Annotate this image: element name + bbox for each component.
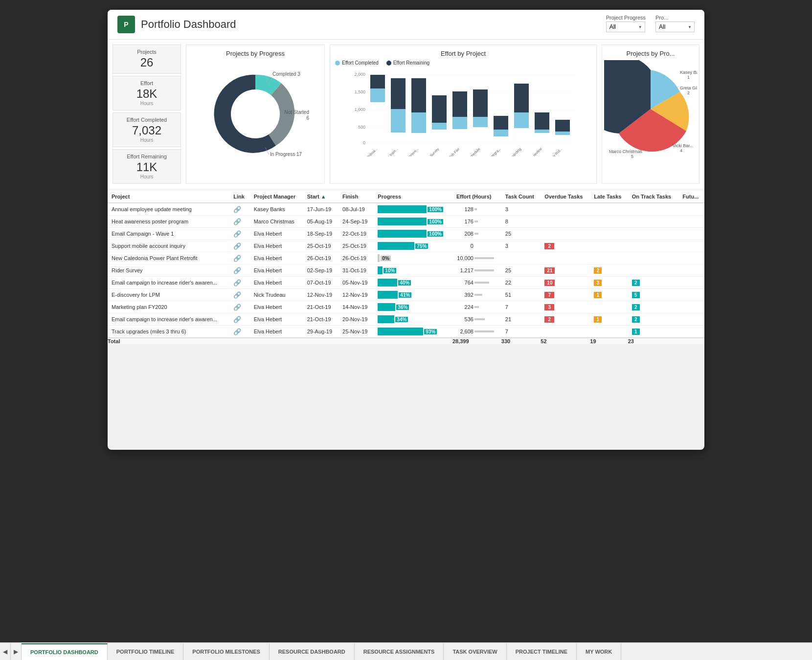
cell-ontrack [628,264,679,277]
cell-progress: 40% [374,277,452,289]
cell-manager: Elva Hebert [250,301,303,313]
cell-project-name: Track upgrades (miles 3 thru 6) [108,326,229,338]
cell-progress: 100% [374,203,452,216]
bar-chart-box: Effort by Project Effort Completed Effor… [330,44,597,184]
link-icon[interactable]: 🔗 [233,316,241,323]
logo-letter: P [124,21,128,28]
filter-select-2[interactable]: All [655,22,695,32]
cell-link[interactable]: 🔗 [229,264,249,277]
bar-chart-svg: 2,000 1,500 1,000 500 0 [335,68,591,156]
cell-link[interactable]: 🔗 [229,277,249,289]
cell-progress: 100% [374,216,452,228]
kpi-effort-value: 18K [119,87,175,101]
cell-project-name: Support mobile account inquiry [108,240,229,252]
kpi-projects: Projects 26 [113,44,181,74]
total-label: Total [108,338,452,344]
bar-legend: Effort Completed Effort Remaining [335,60,591,66]
cell-project-name: Email Campaign - Wave 1 [108,228,229,240]
cell-manager: Elva Hebert [250,252,303,264]
cell-start: 21-Oct-19 [303,301,338,313]
y-label-2000: 2,000 [354,72,365,77]
cell-link[interactable]: 🔗 [229,301,249,313]
cell-task-count: 7 [501,301,541,313]
link-icon[interactable]: 🔗 [233,328,241,335]
pie-chart-svg: Kasey Banks 1 Greta Gilliam 2 Vicki Bar.… [604,60,697,158]
filter-select-wrap-1[interactable]: All [606,22,645,32]
cell-ontrack: 2 [628,313,679,326]
link-icon[interactable]: 🔗 [233,218,241,225]
cell-link[interactable]: 🔗 [229,216,249,228]
cell-finish: 31-Oct-19 [338,264,374,277]
kpi-effort-remaining-value: 11K [119,160,175,174]
cell-finish: 08-Jul-19 [338,203,374,216]
bar-4-completed [452,117,467,129]
cell-future [678,313,704,326]
cell-task-count: 3 [501,203,541,216]
link-icon[interactable]: 🔗 [233,230,241,238]
cell-link[interactable]: 🔗 [229,289,249,301]
x-label-4: Employee Job Fair [436,147,461,156]
cell-task-count: 22 [501,277,541,289]
bar-7-remaining [514,84,529,112]
cell-effort: 224 [452,301,501,313]
col-progress: Progress [374,191,452,203]
cell-manager: Elva Hebert [250,326,303,338]
cell-link[interactable]: 🔗 [229,240,249,252]
pie-value-vicki: 4 [680,148,682,153]
link-icon[interactable]: 🔗 [233,255,241,262]
cell-overdue [541,203,590,216]
cell-ontrack: 5 [628,289,679,301]
bar-6-completed [494,130,508,136]
kpi-effort-label: Effort [119,80,175,86]
cell-future [678,277,704,289]
cell-link[interactable]: 🔗 [229,313,249,326]
link-icon[interactable]: 🔗 [233,242,241,250]
cell-overdue [541,252,590,264]
cell-project-name: Annual employee update meeting [108,203,229,216]
cell-future [678,216,704,228]
link-icon[interactable]: 🔗 [233,279,241,286]
cell-overdue: 3 [541,301,590,313]
legend-remaining-label: Effort Remaining [393,60,429,66]
cell-link[interactable]: 🔗 [229,203,249,216]
filter-select-1[interactable]: All [606,22,645,32]
cell-ontrack [628,240,679,252]
cell-finish: 05-Nov-19 [338,277,374,289]
cell-effort: 764 [452,277,501,289]
cell-progress: 93% [374,326,452,338]
cell-late [590,326,628,338]
cell-future [678,289,704,301]
cell-link[interactable]: 🔗 [229,228,249,240]
bar-8-remaining [535,112,549,130]
cell-finish: 22-Oct-19 [338,228,374,240]
kpi-effort-remaining-sub: Hours [119,174,175,179]
cell-task-count: 8 [501,216,541,228]
donut-notstarted-label: Not Started [284,110,309,115]
cell-project-name: New Caledonia Power Plant Retrofit [108,252,229,264]
link-icon[interactable]: 🔗 [233,267,241,274]
cell-ontrack [628,203,679,216]
pie-label-vicki: Vicki Bar... [673,143,693,148]
cell-manager: Elva Hebert [250,313,303,326]
table-header-row: Project Link Project Manager Start ▲ Fin… [108,191,704,203]
bar-3-remaining [432,95,447,123]
kpi-effort-completed-sub: Hours [119,137,175,143]
cell-link[interactable]: 🔗 [229,326,249,338]
cell-ontrack: 2 [628,301,679,313]
bar-8-completed [535,130,549,133]
cell-late: 2 [590,264,628,277]
col-finish: Finish [338,191,374,203]
link-icon[interactable]: 🔗 [233,291,241,299]
cell-progress: 34% [374,313,452,326]
cell-start: 25-Oct-19 [303,240,338,252]
kpi-effort-sub: Hours [119,101,175,106]
bar-6-remaining [494,116,508,130]
cell-link[interactable]: 🔗 [229,252,249,264]
col-late: Late Tasks [590,191,628,203]
cell-progress: 10% [374,264,452,277]
cell-finish: 12-Nov-19 [338,289,374,301]
link-icon[interactable]: 🔗 [233,206,241,213]
filter-select-wrap-2[interactable]: All [655,22,695,32]
table-row: Heat awareness poster program🔗Marco Chri… [108,216,704,228]
link-icon[interactable]: 🔗 [233,304,241,311]
